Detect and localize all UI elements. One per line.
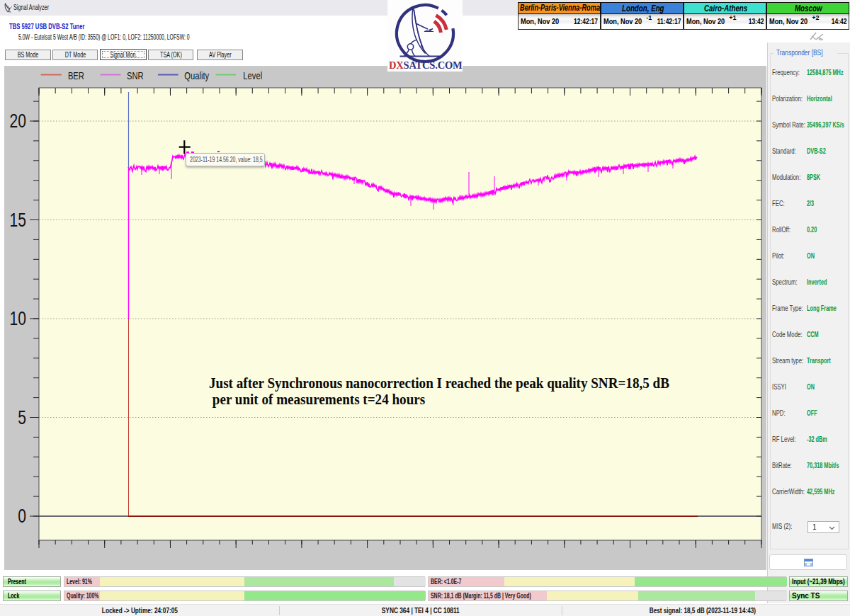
svg-text:DXSATCS.COM: DXSATCS.COM [389, 59, 463, 71]
